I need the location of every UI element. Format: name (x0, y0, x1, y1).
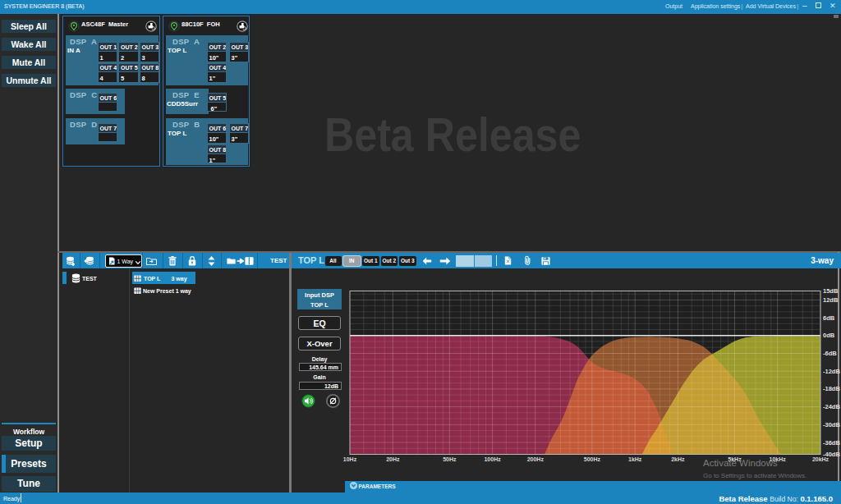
svg-text:-12dB: -12dB (823, 368, 840, 375)
svg-text:-18dB: -18dB (823, 385, 840, 392)
svg-text:6dB: 6dB (823, 314, 835, 322)
svg-text:12dB: 12dB (823, 296, 839, 304)
svg-text:100Hz: 100Hz (484, 456, 501, 462)
svg-text:500Hz: 500Hz (584, 456, 601, 462)
svg-text:15dB: 15dB (823, 287, 839, 295)
svg-text:10Hz: 10Hz (343, 456, 357, 462)
svg-text:-30dB: -30dB (823, 421, 840, 428)
svg-text:-36dB: -36dB (823, 439, 840, 447)
svg-text:-6dB: -6dB (823, 350, 837, 357)
svg-text:20kHz: 20kHz (812, 456, 830, 462)
svg-text:-24dB: -24dB (823, 403, 840, 410)
svg-text:1kHz: 1kHz (628, 456, 642, 462)
svg-text:50Hz: 50Hz (443, 456, 457, 462)
svg-text:0dB: 0dB (823, 332, 835, 339)
svg-text:200Hz: 200Hz (527, 456, 545, 462)
svg-text:2kHz: 2kHz (671, 456, 685, 462)
svg-text:20Hz: 20Hz (386, 456, 400, 462)
